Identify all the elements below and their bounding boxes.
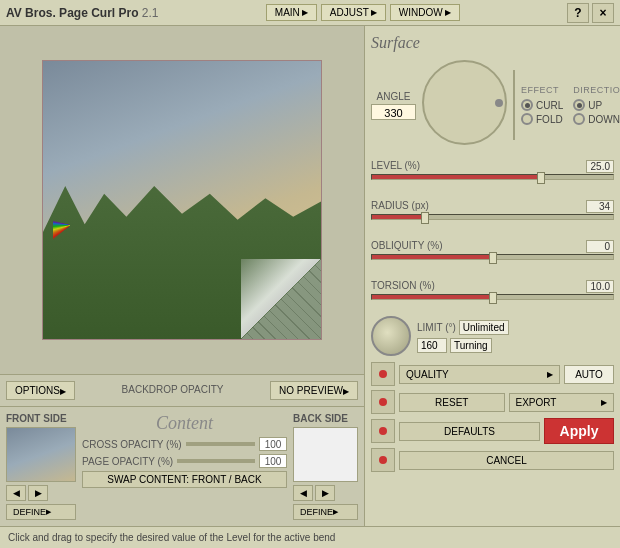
angle-value[interactable]: 330 [371, 104, 416, 120]
main-menu[interactable]: MAIN [266, 4, 317, 21]
red-dot-icon3 [379, 427, 387, 435]
nav-bar: MAIN ADJUST WINDOW [266, 4, 460, 21]
level-fill [372, 175, 541, 179]
curl-radio[interactable] [521, 99, 533, 111]
obliquity-fill [372, 255, 493, 259]
limit-inputs: LIMIT (°) Unlimited 160 Turning [417, 320, 509, 353]
level-slider-row: LEVEL (%) 25.0 [371, 160, 614, 190]
page-curl-effect [241, 259, 321, 339]
page-opacity-slider[interactable] [177, 459, 255, 463]
dots-icon [371, 448, 395, 472]
turning-group: 160 Turning [417, 338, 509, 353]
content-main: Content CROSS OPACITY (%) 100 PAGE OPACI… [82, 413, 287, 520]
quality-btn-label: QUALITY [406, 369, 449, 380]
cross-opacity-slider[interactable] [186, 442, 255, 446]
surface-title: Surface [371, 32, 614, 54]
level-track[interactable] [371, 174, 614, 180]
surface-thumbnail [513, 70, 515, 140]
obliquity-track[interactable] [371, 254, 614, 260]
obliquity-value: 0 [586, 240, 614, 253]
right-panel: Surface ANGLE 330 EFFECT [365, 26, 620, 526]
surf-thumb-curl [513, 104, 514, 139]
swap-button[interactable]: SWAP CONTENT: FRONT / BACK [82, 471, 287, 488]
radius-value: 34 [586, 200, 614, 213]
torsion-value: 10.0 [586, 280, 614, 293]
limit-angle-value: 160 [417, 338, 447, 353]
radius-slider-container: 34 [371, 214, 614, 230]
curl-label: CURL [536, 100, 563, 111]
cross-opacity-row: CROSS OPACITY (%) 100 [82, 437, 287, 451]
app-version: 2.1 [142, 6, 159, 20]
statusbar: Click and drag to specify the desired va… [0, 526, 620, 548]
red-dot-icon [379, 370, 387, 378]
preview-canvas [42, 60, 322, 340]
reset-button[interactable]: RESET [399, 393, 505, 412]
torsion-slider-container: 10.0 [371, 294, 614, 310]
back-next-button[interactable]: ▶ [315, 485, 335, 501]
apply-button[interactable]: Apply [544, 418, 614, 444]
limit-label: LIMIT (°) [417, 322, 456, 333]
obliquity-label: OBLIQUITY (%) [371, 240, 614, 251]
quality-button[interactable]: QUALITY ▶ [399, 365, 560, 384]
no-preview-button[interactable]: NO PREVIEW [270, 381, 358, 400]
adjust-menu[interactable]: ADJUST [321, 4, 386, 21]
quality-row: QUALITY ▶ AUTO [371, 362, 614, 386]
help-button[interactable]: ? [567, 3, 589, 23]
red-dot-icon4 [379, 456, 387, 464]
back-side-label: BACK SIDE [293, 413, 358, 424]
defaults-button[interactable]: DEFAULTS [399, 422, 540, 441]
cancel-button[interactable]: CANCEL [399, 451, 614, 470]
obliquity-thumb[interactable] [489, 252, 497, 264]
page-opacity-value: 100 [259, 454, 287, 468]
up-radio[interactable] [573, 99, 585, 111]
torsion-track[interactable] [371, 294, 614, 300]
back-define-button[interactable]: DEFINE [293, 504, 358, 520]
limit-row: LIMIT (°) Unlimited 160 Turning [371, 316, 614, 356]
down-label: DOWN [588, 114, 620, 125]
export-button[interactable]: EXPORT ▶ [509, 393, 615, 412]
defaults-apply-row: DEFAULTS Apply [371, 418, 614, 444]
effect-fold[interactable]: FOLD [521, 113, 563, 125]
limit-value: Unlimited [459, 320, 509, 335]
front-side-label: FRONT SIDE [6, 413, 76, 424]
up-label: UP [588, 100, 602, 111]
level-thumb[interactable] [537, 172, 545, 184]
limit-knob[interactable] [371, 316, 411, 356]
angle-row: ANGLE 330 EFFECT CURL [371, 60, 614, 150]
radius-thumb[interactable] [421, 212, 429, 224]
action-grid: QUALITY ▶ AUTO RESET EXPORT ▶ DEF [371, 362, 614, 472]
direction-down[interactable]: DOWN [573, 113, 620, 125]
cross-opacity-value: 100 [259, 437, 287, 451]
backdrop-opacity-label: BACKDROP OPACITY [122, 384, 224, 395]
angle-circle[interactable] [422, 60, 507, 145]
angle-group: ANGLE 330 [371, 91, 416, 120]
red-dot-icon2 [379, 398, 387, 406]
export-btn-label: EXPORT [516, 397, 557, 408]
effect-direction-panel: EFFECT CURL FOLD DIRECTION UP [521, 85, 620, 125]
obliquity-slider-row: OBLIQUITY (%) 0 [371, 240, 614, 270]
close-button[interactable]: × [592, 3, 614, 23]
direction-up[interactable]: UP [573, 99, 620, 111]
effect-curl[interactable]: CURL [521, 99, 563, 111]
turning-label: Turning [450, 338, 492, 353]
torsion-thumb[interactable] [489, 292, 497, 304]
down-radio[interactable] [573, 113, 585, 125]
front-define-button[interactable]: DEFINE [6, 504, 76, 520]
front-prev-button[interactable]: ◀ [6, 485, 26, 501]
angle-wheel[interactable] [422, 60, 507, 150]
front-thumb-image [7, 428, 75, 481]
left-bottom-bar: OPTIONS BACKDROP OPACITY NO PREVIEW [0, 374, 364, 406]
front-next-button[interactable]: ▶ [28, 485, 48, 501]
effect-group: EFFECT CURL FOLD [521, 85, 563, 125]
quality-value: AUTO [564, 365, 614, 384]
titlebar: AV Bros. Page Curl Pro 2.1 MAIN ADJUST W… [0, 0, 620, 26]
titlebar-icons: ? × [567, 3, 614, 23]
statusbar-text: Click and drag to specify the desired va… [8, 532, 335, 543]
level-value: 25.0 [586, 160, 614, 173]
options-button[interactable]: OPTIONS [6, 381, 75, 400]
front-arrows: ◀ ▶ [6, 485, 76, 501]
fold-radio[interactable] [521, 113, 533, 125]
window-menu[interactable]: WINDOW [390, 4, 460, 21]
back-prev-button[interactable]: ◀ [293, 485, 313, 501]
radius-track[interactable] [371, 214, 614, 220]
